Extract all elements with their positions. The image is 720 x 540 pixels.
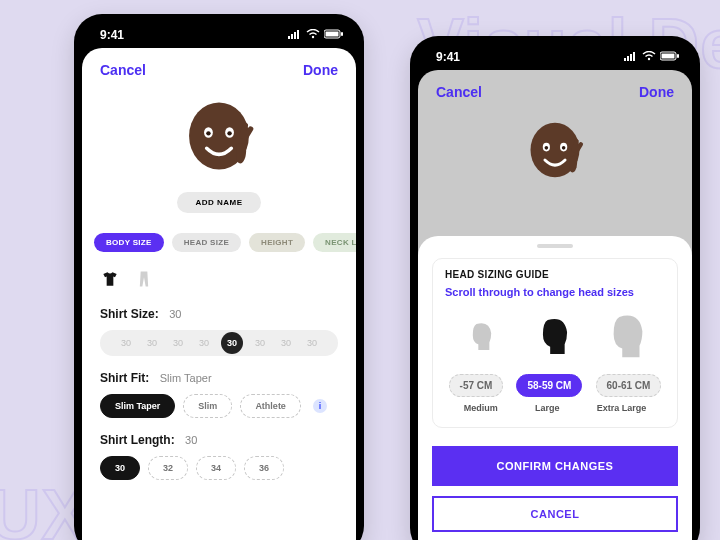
battery-icon <box>660 50 680 64</box>
svg-point-12 <box>227 131 231 135</box>
confirm-changes-button[interactable]: CONFIRM CHANGES <box>432 446 678 486</box>
tab-head-size[interactable]: HEAD SIZE <box>172 233 241 252</box>
svg-rect-19 <box>662 54 675 59</box>
phone-left: 9:41 Cancel Done <box>74 14 364 540</box>
sheet-hint: Scroll through to change head sizes <box>445 286 665 298</box>
tab-body-size[interactable]: BODY SIZE <box>94 233 164 252</box>
shirt-size-slider[interactable]: 30 30 30 30 30 30 30 30 <box>100 330 338 356</box>
shirt-fit-label: Shirt Fit: <box>100 371 149 385</box>
svg-rect-20 <box>677 54 679 58</box>
info-icon[interactable]: i <box>313 399 327 413</box>
length-option-1[interactable]: 32 <box>148 456 188 480</box>
done-button[interactable]: Done <box>639 84 674 100</box>
shirt-size-selected: 30 <box>221 332 243 354</box>
status-time: 9:41 <box>436 50 460 64</box>
status-icons <box>288 28 344 42</box>
fit-option-athlete[interactable]: Athlete <box>240 394 301 418</box>
shirt-length-value: 30 <box>185 434 197 446</box>
fit-option-slim-taper[interactable]: Slim Taper <box>100 394 175 418</box>
svg-rect-2 <box>294 32 296 39</box>
signal-icon <box>624 50 638 64</box>
status-time: 9:41 <box>100 28 124 42</box>
shirt-icon[interactable] <box>100 268 120 290</box>
sizing-tabs: BODY SIZE HEAD SIZE HEIGHT NECK LEN <box>82 223 356 260</box>
bottom-sheet: HEAD SIZING GUIDE Scroll through to chan… <box>418 236 692 540</box>
signal-icon <box>288 28 302 42</box>
length-option-0[interactable]: 30 <box>100 456 140 480</box>
svg-point-4 <box>312 36 314 38</box>
svg-rect-16 <box>633 52 635 61</box>
shirt-size-label: Shirt Size: <box>100 307 159 321</box>
shirt-length-section: Shirt Length: 30 30 32 34 36 <box>82 420 356 482</box>
size-option-xlarge[interactable]: 60-61 CM <box>596 374 662 397</box>
svg-point-10 <box>206 131 210 135</box>
svg-point-25 <box>562 146 566 150</box>
shirt-size-section: Shirt Size: 30 30 30 30 30 30 30 30 30 <box>82 294 356 358</box>
svg-rect-14 <box>627 56 629 61</box>
svg-rect-0 <box>288 36 290 39</box>
done-button[interactable]: Done <box>303 62 338 78</box>
svg-rect-3 <box>297 30 299 39</box>
avatar <box>175 92 263 180</box>
battery-icon <box>324 28 344 42</box>
cancel-button[interactable]: Cancel <box>100 62 146 78</box>
status-icons <box>624 50 680 64</box>
size-name-large: Large <box>535 403 560 413</box>
pants-icon[interactable] <box>134 268 154 290</box>
head-icon-large <box>531 313 579 361</box>
sheet-handle[interactable] <box>537 244 573 248</box>
svg-point-17 <box>648 58 650 60</box>
status-bar: 9:41 <box>82 22 356 48</box>
head-icon-medium <box>463 319 500 356</box>
sheet-title: HEAD SIZING GUIDE <box>445 269 665 280</box>
screen-right: Cancel Done HEAD SIZING GUIDE Scroll thr… <box>418 70 692 540</box>
head-sizing-card: HEAD SIZING GUIDE Scroll through to chan… <box>432 258 678 428</box>
wifi-icon <box>306 28 320 42</box>
size-option-large[interactable]: 58-59 CM <box>516 374 582 397</box>
length-option-2[interactable]: 34 <box>196 456 236 480</box>
shirt-size-value: 30 <box>169 308 181 320</box>
tab-neck-length[interactable]: NECK LEN <box>313 233 356 252</box>
shirt-fit-section: Shirt Fit: Slim Taper Slim Taper Slim At… <box>82 358 356 420</box>
length-option-3[interactable]: 36 <box>244 456 284 480</box>
size-option-medium[interactable]: -57 CM <box>449 374 504 397</box>
svg-rect-7 <box>341 32 343 36</box>
cancel-button[interactable]: Cancel <box>436 84 482 100</box>
phone-right: 9:41 Cancel Done <box>410 36 700 540</box>
tab-height[interactable]: HEIGHT <box>249 233 305 252</box>
head-icon-xlarge <box>600 308 658 366</box>
screen-left: Cancel Done ADD NAME BODY SIZE HEAD SIZE… <box>82 48 356 540</box>
cancel-changes-button[interactable]: CANCEL <box>432 496 678 532</box>
svg-rect-15 <box>630 54 632 61</box>
svg-rect-13 <box>624 58 626 61</box>
avatar <box>519 114 591 186</box>
add-name-button[interactable]: ADD NAME <box>177 192 260 213</box>
shirt-length-label: Shirt Length: <box>100 433 175 447</box>
size-name-xlarge: Extra Large <box>597 403 647 413</box>
shirt-fit-value: Slim Taper <box>160 372 212 384</box>
head-silhouettes[interactable] <box>445 314 665 360</box>
size-name-medium: Medium <box>464 403 498 413</box>
fit-option-slim[interactable]: Slim <box>183 394 232 418</box>
wifi-icon <box>642 50 656 64</box>
svg-rect-6 <box>326 32 339 37</box>
svg-point-23 <box>545 146 549 150</box>
svg-rect-1 <box>291 34 293 39</box>
status-bar-right: 9:41 <box>418 44 692 70</box>
